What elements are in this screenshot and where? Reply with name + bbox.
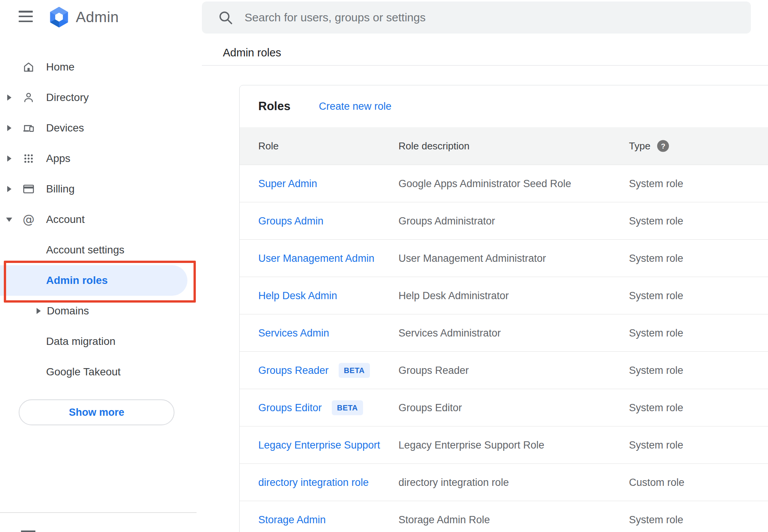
- sidebar-item-label: Domains: [47, 305, 89, 317]
- sidebar-item-label: Directory: [46, 91, 89, 104]
- role-link[interactable]: Groups Reader: [258, 364, 329, 376]
- role-type-cell: System role: [629, 290, 683, 301]
- table-row: Groups ReaderBETA Groups Reader System r…: [240, 351, 768, 389]
- sidebar-item-label: Home: [46, 61, 75, 73]
- question-mark-help-icon[interactable]: ?: [657, 140, 669, 152]
- table-row: Services Admin Services Administrator Sy…: [240, 314, 768, 351]
- table-row: Super Admin Google Apps Administrator Se…: [240, 165, 768, 202]
- admin-hexagon-logo-icon: [48, 5, 70, 29]
- role-description-cell: Storage Admin Role: [398, 514, 490, 526]
- column-header-role: Role: [258, 140, 278, 152]
- table-row: Legacy Enterprise Support Legacy Enterpr…: [240, 426, 768, 463]
- sidebar-item-billing[interactable]: Billing: [0, 174, 197, 204]
- column-header-type-label: Type: [629, 140, 650, 152]
- role-description-cell: Services Administrator: [398, 327, 501, 339]
- role-type-cell: System role: [629, 514, 683, 526]
- table-row: Help Desk Admin Help Desk Administrator …: [240, 277, 768, 314]
- sidebar-item-google-takeout[interactable]: Google Takeout: [0, 357, 197, 387]
- role-description-cell: Groups Editor: [398, 402, 462, 413]
- sidebar-item-label: Devices: [46, 122, 84, 134]
- sidebar-item-directory[interactable]: Directory: [0, 82, 197, 113]
- role-description-cell: Groups Administrator: [398, 215, 495, 227]
- role-link[interactable]: Groups Editor: [258, 402, 322, 413]
- search-icon: [217, 9, 234, 26]
- table-row: Groups Admin Groups Administrator System…: [240, 202, 768, 239]
- sidebar-item-account[interactable]: @ Account: [0, 204, 197, 235]
- role-type-cell: System role: [629, 215, 683, 227]
- global-search-bar[interactable]: [202, 2, 751, 34]
- apps-grid-icon: [22, 152, 35, 165]
- sidebar-item-account-settings[interactable]: Account settings: [0, 235, 197, 265]
- expand-arrow-icon[interactable]: [7, 125, 11, 131]
- sidebar-item-label: Admin roles: [46, 274, 108, 287]
- role-type-cell: System role: [629, 327, 683, 339]
- sidebar-bottom-divider: [0, 512, 197, 513]
- role-type-cell: System role: [629, 178, 683, 189]
- role-description-cell: Legacy Enterprise Support Role: [398, 439, 544, 451]
- sidebar-item-label: Account settings: [46, 244, 124, 256]
- sidebar-item-home[interactable]: Home: [0, 52, 197, 82]
- sidebar-item-admin-roles[interactable]: Admin roles: [0, 265, 197, 296]
- at-sign-icon: @: [22, 213, 35, 226]
- person-icon: [22, 91, 35, 104]
- beta-badge: BETA: [339, 363, 370, 378]
- show-more-button[interactable]: Show more: [19, 399, 174, 425]
- table-row: User Management Admin User Management Ad…: [240, 239, 768, 277]
- role-type-cell: System role: [629, 364, 683, 376]
- roles-card-header: Roles Create new role: [240, 85, 768, 127]
- column-header-role-description: Role description: [398, 140, 469, 152]
- roles-table-body: Super Admin Google Apps Administrator Se…: [240, 165, 768, 532]
- roles-title: Roles: [258, 99, 290, 113]
- role-link[interactable]: directory integration role: [258, 476, 369, 488]
- role-type-cell: System role: [629, 252, 683, 264]
- devices-icon: [22, 122, 35, 135]
- role-link[interactable]: Services Admin: [258, 327, 329, 338]
- beta-badge: BETA: [332, 400, 363, 415]
- role-description-cell: Groups Reader: [398, 364, 469, 376]
- svg-text:@: @: [22, 213, 34, 226]
- collapse-arrow-icon[interactable]: [6, 218, 12, 222]
- sidebar-item-domains[interactable]: Domains: [0, 296, 197, 326]
- sidebar-item-label: Data migration: [46, 335, 115, 348]
- breadcrumb: Admin roles: [223, 46, 281, 59]
- role-link[interactable]: Groups Admin: [258, 215, 323, 226]
- sidebar-item-devices[interactable]: Devices: [0, 113, 197, 143]
- expand-arrow-icon[interactable]: [7, 186, 11, 192]
- expand-arrow-icon[interactable]: [7, 155, 11, 162]
- role-description-cell: User Management Administrator: [398, 252, 546, 264]
- expand-arrow-icon[interactable]: [7, 95, 11, 101]
- sidebar-item-data-migration[interactable]: Data migration: [0, 326, 197, 357]
- roles-card: Roles Create new role Role Role descript…: [239, 85, 768, 532]
- role-description-cell: Google Apps Administrator Seed Role: [398, 178, 571, 189]
- role-link[interactable]: Storage Admin: [258, 514, 326, 525]
- sidebar-item-label: Account: [46, 213, 85, 226]
- role-link[interactable]: Legacy Enterprise Support: [258, 439, 380, 450]
- hamburger-menu-icon[interactable]: [18, 10, 34, 23]
- role-type-cell: System role: [629, 402, 683, 413]
- sidebar-nav: Home Directory Devices: [0, 52, 197, 387]
- role-link[interactable]: Super Admin: [258, 178, 317, 189]
- table-row: Groups EditorBETA Groups Editor System r…: [240, 389, 768, 426]
- cut-off-nav-icon: [21, 530, 35, 532]
- table-header-row: Role Role description Type ?: [240, 127, 768, 165]
- role-link[interactable]: User Management Admin: [258, 252, 374, 264]
- sidebar-header: Admin: [0, 0, 197, 34]
- content-divider: [202, 65, 768, 66]
- admin-logo[interactable]: Admin: [48, 5, 119, 30]
- table-row: directory integration role directory int…: [240, 463, 768, 501]
- sidebar-item-apps[interactable]: Apps: [0, 143, 197, 174]
- column-header-type: Type ?: [629, 140, 669, 152]
- role-description-cell: directory integration role: [398, 476, 509, 488]
- home-icon: [22, 61, 35, 74]
- sidebar-item-label: Google Takeout: [46, 366, 121, 378]
- expand-arrow-icon[interactable]: [37, 308, 41, 314]
- create-new-role-link[interactable]: Create new role: [319, 101, 392, 112]
- table-row: Storage Admin Storage Admin Role System …: [240, 501, 768, 532]
- role-type-cell: Custom role: [629, 476, 685, 488]
- search-input[interactable]: [245, 11, 751, 24]
- role-link[interactable]: Help Desk Admin: [258, 290, 337, 301]
- admin-console-page: Admin Home Directory: [0, 0, 768, 532]
- sidebar-item-label: Billing: [46, 183, 75, 195]
- billing-card-icon: [22, 183, 35, 195]
- app-title: Admin: [76, 9, 119, 26]
